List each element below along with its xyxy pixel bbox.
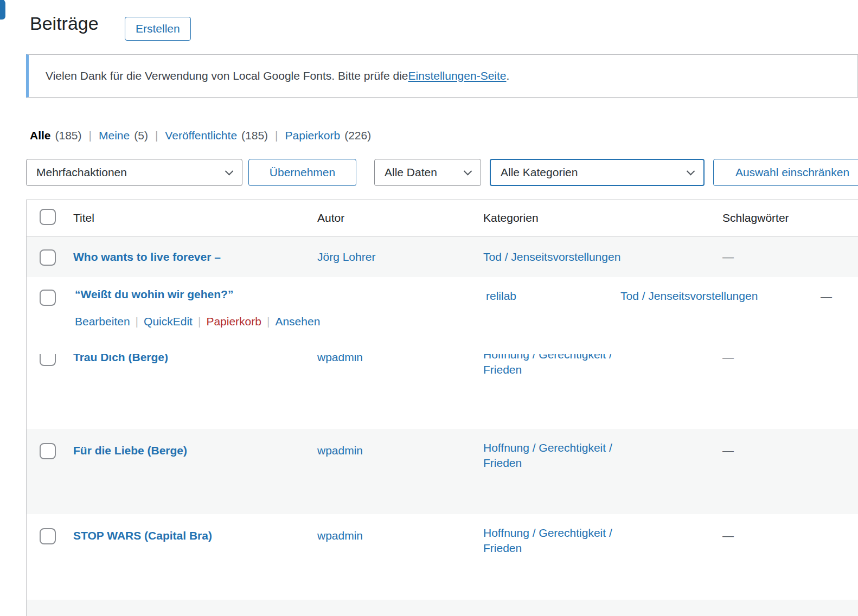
tags-value: — — [722, 444, 734, 457]
header-author: Autor — [317, 211, 483, 224]
row-checkbox[interactable] — [40, 290, 56, 306]
post-title-link[interactable]: Für die Liebe (Berge) — [73, 443, 187, 458]
author-link[interactable]: Jörg Lohrer — [317, 249, 375, 265]
filter-trash-label: Papierkorb — [285, 129, 341, 142]
filter-published-label: Veröffentlichte — [165, 129, 237, 142]
apply-button[interactable]: Übernehmen — [248, 159, 356, 186]
category-link[interactable]: Tod / Jenseitsvorstellungen — [483, 249, 620, 265]
filter-all-count: (185) — [55, 129, 82, 142]
filter-trash[interactable]: Papierkorb (226) — [285, 129, 372, 142]
admin-menu-tab-icon — [0, 0, 5, 20]
category-link[interactable]: relilab — [486, 288, 516, 304]
filter-mine[interactable]: Meine (5) — [99, 129, 148, 142]
category-link[interactable]: Hoffnung / Gerechtigkeit / Frieden — [483, 440, 649, 471]
table-header-row: Titel Autor Kategorien Schlagwörter — [27, 200, 858, 236]
filter-all-label: Alle — [30, 129, 51, 142]
separator: | — [267, 315, 270, 328]
category-link[interactable]: Tod / Jenseitsvorstellungen — [620, 288, 758, 304]
table-row-partial — [27, 600, 858, 616]
tags-value: — — [821, 289, 832, 304]
header-title[interactable]: Titel — [73, 211, 317, 224]
quick-edit-action[interactable]: QuickEdit — [144, 315, 193, 328]
row-checkbox[interactable] — [40, 528, 56, 544]
notice-suffix: . — [507, 69, 510, 82]
row-actions: Bearbeiten | QuickEdit | Papierkorb | An… — [75, 315, 320, 328]
author-link[interactable]: wpadmin — [317, 528, 363, 543]
header-tags: Schlagwörter — [722, 211, 858, 224]
post-title-link[interactable]: “Weißt du wohin wir gehen?” — [75, 287, 233, 302]
row-checkbox[interactable] — [40, 443, 56, 459]
post-title-link[interactable]: Who wants to live forever – — [73, 249, 221, 265]
posts-table: Titel Autor Kategorien Schlagwörter Who … — [26, 200, 858, 616]
post-title-link[interactable]: STOP WARS (Capital Bra) — [73, 528, 212, 543]
separator: | — [275, 129, 278, 142]
select-all-checkbox[interactable] — [40, 209, 56, 225]
settings-page-link[interactable]: Einstellungen-Seite — [408, 69, 507, 82]
tags-value: — — [722, 251, 734, 263]
categories-filter-value: Alle Kategorien — [501, 166, 578, 179]
notice-text: Vielen Dank für die Verwendung von Local… — [46, 69, 408, 82]
table-row: STOP WARS (Capital Bra) wpadmin Hoffnung… — [27, 514, 858, 600]
post-status-filters: Alle (185) | Meine (5) | Veröffentlichte… — [30, 129, 371, 142]
filter-button[interactable]: Auswahl einschränken — [713, 159, 858, 186]
bulk-actions-select[interactable]: Mehrfachaktionen — [26, 159, 242, 186]
filter-published-count: (185) — [241, 129, 268, 142]
table-row: Für die Liebe (Berge) wpadmin Hoffnung /… — [27, 429, 858, 514]
bulk-actions-value: Mehrfachaktionen — [36, 166, 127, 179]
page-title: Beiträge — [30, 13, 99, 34]
author-link[interactable]: wpadmin — [317, 443, 363, 458]
filter-all[interactable]: Alle (185) — [30, 129, 82, 142]
categories-filter-select[interactable]: Alle Kategorien — [490, 159, 705, 186]
create-post-button[interactable]: Erstellen — [125, 17, 191, 41]
edit-action[interactable]: Bearbeiten — [75, 315, 130, 328]
row-checkbox[interactable] — [40, 249, 56, 266]
header-categories: Kategorien — [483, 211, 722, 224]
notice-banner: Vielen Dank für die Verwendung von Local… — [26, 54, 858, 98]
filter-mine-label: Meine — [99, 129, 130, 142]
chevron-down-icon — [687, 166, 695, 175]
dragged-row-card[interactable]: “Weißt du wohin wir gehen?” Bearbeiten |… — [27, 277, 858, 354]
separator: | — [155, 129, 158, 142]
dates-filter-select[interactable]: Alle Daten — [374, 159, 481, 186]
view-action[interactable]: Ansehen — [275, 315, 320, 328]
tags-value: — — [722, 529, 734, 542]
chevron-down-icon — [464, 166, 472, 175]
category-link[interactable]: Hoffnung / Gerechtigkeit / Frieden — [483, 525, 649, 556]
separator: | — [89, 129, 92, 142]
separator: | — [198, 315, 201, 328]
separator: | — [136, 315, 138, 328]
filter-trash-count: (226) — [344, 129, 371, 142]
chevron-down-icon — [225, 166, 234, 175]
filter-published[interactable]: Veröffentlichte (185) — [165, 129, 268, 142]
trash-action[interactable]: Papierkorb — [206, 315, 261, 328]
dates-filter-value: Alle Daten — [385, 166, 437, 179]
filter-mine-count: (5) — [134, 129, 148, 142]
